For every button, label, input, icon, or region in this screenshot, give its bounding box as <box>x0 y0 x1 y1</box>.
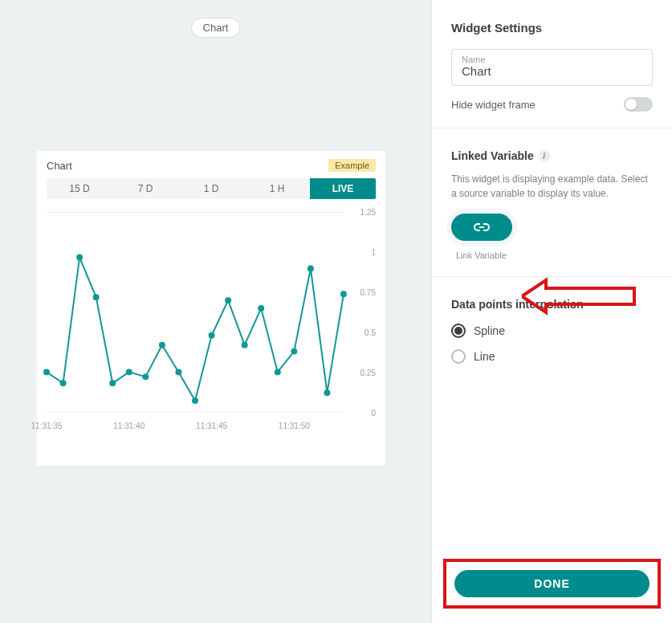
x-tick: 11:31:45 <box>196 421 227 430</box>
svg-point-0 <box>43 369 50 375</box>
x-tick: 11:31:35 <box>31 421 63 430</box>
info-icon[interactable]: i <box>539 150 550 161</box>
svg-point-6 <box>142 373 149 380</box>
range-tab-1d[interactable]: 1 D <box>178 178 244 199</box>
link-variable-caption: Link Variable <box>456 250 507 260</box>
chart-plot: 00.250.50.7511.25 11:31:3511:31:4011:31:… <box>47 204 376 445</box>
range-tab-1h[interactable]: 1 H <box>244 178 310 199</box>
radio-line[interactable]: Line <box>451 349 653 364</box>
y-tick: 1 <box>371 248 376 257</box>
link-variable-button[interactable] <box>451 214 512 241</box>
svg-point-3 <box>93 294 100 300</box>
y-tick: 0.5 <box>365 328 376 337</box>
time-range-tabs: 15 D7 D1 D1 HLIVE <box>47 178 376 199</box>
svg-point-4 <box>109 380 116 386</box>
svg-point-9 <box>192 397 198 404</box>
svg-point-2 <box>76 254 83 261</box>
done-highlight-box: DONE <box>443 559 661 609</box>
link-icon <box>473 222 491 233</box>
linked-variable-hint: This widget is displaying example data. … <box>451 172 653 201</box>
svg-point-10 <box>209 332 215 339</box>
chart-title: Chart <box>47 160 72 172</box>
svg-point-12 <box>242 342 248 348</box>
radio-label: Spline <box>474 324 505 337</box>
hide-frame-label: Hide widget frame <box>451 99 536 111</box>
svg-point-17 <box>324 389 330 396</box>
range-tab-15d[interactable]: 15 D <box>47 178 112 199</box>
done-button[interactable]: DONE <box>454 570 650 597</box>
x-tick: 11:31:50 <box>279 421 310 430</box>
y-tick: 0.25 <box>360 369 376 377</box>
arrow-annotation <box>522 276 642 316</box>
range-tab-live[interactable]: LIVE <box>310 178 376 199</box>
svg-point-8 <box>175 369 181 375</box>
svg-point-11 <box>225 297 231 303</box>
hide-frame-toggle[interactable] <box>624 97 653 112</box>
svg-point-5 <box>126 369 132 375</box>
radio-label: Line <box>474 350 495 363</box>
svg-point-1 <box>60 380 67 386</box>
svg-point-15 <box>291 348 297 355</box>
svg-point-18 <box>340 291 347 297</box>
settings-heading: Widget Settings <box>451 21 653 35</box>
name-label: Name <box>462 55 642 64</box>
y-tick: 0.75 <box>360 288 376 297</box>
name-input[interactable] <box>462 64 642 78</box>
linked-variable-heading: Linked Variable <box>451 149 534 162</box>
radio-spline[interactable]: Spline <box>451 324 653 338</box>
interpolation-radio-group: SplineLine <box>451 324 653 364</box>
y-tick: 1.25 <box>360 208 376 217</box>
name-field-wrap[interactable]: Name <box>451 49 653 86</box>
svg-marker-19 <box>522 280 634 312</box>
range-tab-7d[interactable]: 7 D <box>112 178 178 199</box>
widget-type-pill: Chart <box>191 18 241 38</box>
svg-point-13 <box>258 305 264 312</box>
example-badge: Example <box>328 159 376 172</box>
chart-widget-card: Chart Example 15 D7 D1 D1 HLIVE 00.250.5… <box>37 151 385 466</box>
svg-point-14 <box>275 369 281 375</box>
svg-point-16 <box>307 265 314 271</box>
svg-point-7 <box>159 342 165 348</box>
y-tick: 0 <box>371 409 376 417</box>
preview-panel: Chart Chart Example 15 D7 D1 D1 HLIVE 00… <box>0 0 431 623</box>
x-tick: 11:31:40 <box>113 421 145 430</box>
